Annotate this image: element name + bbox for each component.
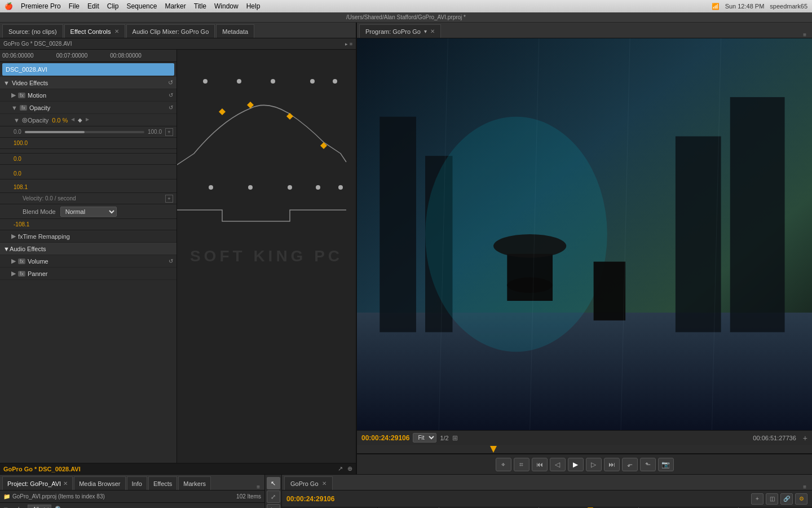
time-remap-expand[interactable]: ▶ <box>11 233 16 240</box>
add-marker-btn[interactable]: + <box>803 433 807 443</box>
motion-reset[interactable]: ↺ <box>169 92 173 98</box>
menu-help[interactable]: Help <box>246 2 261 10</box>
opacity-range-bar[interactable] <box>25 131 144 133</box>
go-next-edit-btn[interactable]: ⏭ <box>604 458 620 471</box>
opacity-value[interactable]: 0.0 % <box>52 117 68 124</box>
insert-btn[interactable]: ⬐ <box>622 458 638 471</box>
step-back-btn[interactable]: ◁ <box>550 458 566 471</box>
settings-btn[interactable]: ⚙ <box>795 493 807 505</box>
mark-out-btn[interactable]: ⌗ <box>514 458 529 471</box>
apple-menu[interactable]: 🍎 <box>5 2 13 10</box>
menu-edit[interactable]: Edit <box>87 2 99 10</box>
overwrite-btn[interactable]: ⬑ <box>640 458 656 471</box>
search-icon[interactable]: 🔍 <box>55 506 63 509</box>
opacity-next[interactable]: ▶ <box>86 117 89 123</box>
opacity-reset[interactable]: ↺ <box>169 104 173 111</box>
monitor-panel-menu[interactable]: ≡ <box>800 32 810 38</box>
mark-in-btn[interactable]: ⌖ <box>496 458 511 471</box>
volume-reset[interactable]: ↺ <box>169 258 173 264</box>
tab-timeline[interactable]: GoPro Go ✕ <box>284 476 333 490</box>
monitor-timecode[interactable]: 00:00:24:29106 <box>361 434 409 442</box>
monitor-dropdown[interactable]: ▾ <box>424 28 427 34</box>
audio-kf-1[interactable] <box>209 185 213 190</box>
tab-media-browser[interactable]: Media Browser <box>74 476 125 490</box>
tab-audio-mixer-label: Audio Clip Mixer: GoPro Go <box>133 28 209 35</box>
opacity-value-row: ▼ ◎ Opacity 0.0 % ◀ ◆ ▶ <box>0 114 176 126</box>
menu-items: 🍎 Premiere Pro File Edit Clip Sequence M… <box>5 2 260 10</box>
kf-2[interactable] <box>237 79 241 84</box>
kf-diamond-1[interactable] <box>219 108 226 115</box>
timeline-timecode[interactable]: 00:00:24:29106 <box>286 495 334 503</box>
menu-clip[interactable]: Clip <box>107 2 119 10</box>
kf-1[interactable] <box>203 79 208 84</box>
track-select-tool[interactable]: ⤢ <box>267 491 280 503</box>
volume-expand[interactable]: ▶ <box>11 257 16 265</box>
opacity-prev[interactable]: ◀ <box>71 117 74 123</box>
tab-program-monitor[interactable]: Program: GoPro Go ▾ ✕ <box>359 24 441 38</box>
blend-mode-select[interactable]: Normal <box>60 207 117 217</box>
video-effects-label: Video Effects <box>12 80 48 86</box>
tab-markers[interactable]: Markers <box>178 476 211 490</box>
link-btn[interactable]: 🔗 <box>780 493 793 505</box>
tab-effects[interactable]: Effects <box>148 476 177 490</box>
tab-info[interactable]: Info <box>127 476 147 490</box>
tab-project[interactable]: Project: GoPro_AVI ✕ <box>2 476 73 490</box>
audio-effects-header[interactable]: ▼ Audio Effects <box>0 243 176 255</box>
range-max: 100.0 <box>148 129 162 135</box>
menu-sequence[interactable]: Sequence <box>126 2 157 10</box>
panner-label: Panner <box>28 270 47 277</box>
tab-project-close[interactable]: ✕ <box>63 480 68 487</box>
menu-title[interactable]: Title <box>194 2 206 10</box>
tab-metadata[interactable]: Metadata <box>216 24 254 38</box>
panel-menu-icon[interactable]: ▸ ≡ <box>345 41 352 47</box>
project-panel-menu[interactable]: ≡ <box>254 484 262 490</box>
menu-window[interactable]: Window <box>214 2 239 10</box>
play-btn[interactable]: ▶ <box>568 458 584 471</box>
go-prev-edit-btn[interactable]: ⏮ <box>532 458 548 471</box>
motion-expand[interactable]: ▶ <box>11 91 16 99</box>
monitor-tab-close[interactable]: ✕ <box>430 28 435 34</box>
menu-premiere[interactable]: Premiere Pro <box>21 2 61 10</box>
opacity-sub-expand[interactable]: ▼ <box>14 117 20 124</box>
export-frame-btn[interactable]: 📷 <box>658 458 674 471</box>
ripple-tool[interactable]: ⊢ <box>267 504 280 508</box>
kf-4[interactable] <box>310 79 315 84</box>
video-effects-header[interactable]: ▼ Video Effects ↺ <box>0 77 176 89</box>
select-tool[interactable]: ↖ <box>267 477 280 489</box>
effect-timeline-header: 00:06:00000 00:07:00000 00:08:00000 <box>0 50 176 62</box>
tab-effect-controls-close[interactable]: ✕ <box>114 28 119 34</box>
tab-source[interactable]: Source: (no clips) <box>2 24 63 38</box>
audio-kf-3[interactable] <box>288 185 292 190</box>
playhead-marker <box>490 446 497 453</box>
snap-btn[interactable]: ◫ <box>766 493 778 505</box>
search-in-select[interactable]: All <box>28 505 51 508</box>
add-marker-tl-btn[interactable]: + <box>751 493 764 505</box>
audio-kf-2[interactable] <box>248 185 253 190</box>
tc-mark-1: 00:06:00000 <box>2 52 34 59</box>
volume-label: Volume <box>28 258 48 265</box>
overwrite-btn[interactable]: ⊕ <box>347 465 352 472</box>
tab-effect-controls[interactable]: Effect Controls ✕ <box>64 24 125 38</box>
fit-dropdown[interactable]: Fit <box>413 433 436 443</box>
kf-3[interactable] <box>271 79 275 84</box>
video-effects-reset[interactable]: ↺ <box>168 79 173 86</box>
kf-diamond-3[interactable] <box>286 113 293 120</box>
audio-kf-5[interactable] <box>338 185 343 190</box>
kf-5[interactable] <box>333 79 337 84</box>
safe-margins-icon[interactable]: ⊞ <box>452 434 458 442</box>
step-fwd-btn[interactable]: ▷ <box>586 458 602 471</box>
tab-audio-mixer[interactable]: Audio Clip Mixer: GoPro Go <box>126 24 215 38</box>
opacity-keyframe[interactable]: ◆ <box>78 117 82 123</box>
audio-kf-4[interactable] <box>316 185 320 190</box>
timeline-panel-menu[interactable]: ≡ <box>800 484 810 490</box>
timeline-tab-close[interactable]: ✕ <box>322 480 326 487</box>
kf-diamond-4[interactable] <box>320 142 327 149</box>
menu-marker[interactable]: Marker <box>165 2 186 10</box>
velocity-add-btn[interactable]: + <box>165 195 173 203</box>
opacity-expand[interactable]: ▼ <box>11 104 17 111</box>
time-remapping-row: ▶ fx Time Remapping <box>0 230 176 243</box>
navigate-out-btn[interactable]: ↗ <box>338 465 343 472</box>
add-keyframe-btn[interactable]: + <box>165 128 173 136</box>
menu-file[interactable]: File <box>69 2 80 10</box>
panner-expand[interactable]: ▶ <box>11 270 16 277</box>
